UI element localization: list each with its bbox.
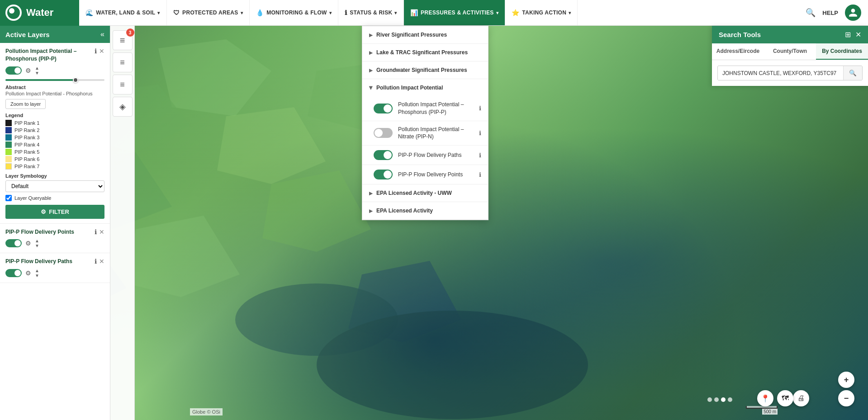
dropdown-section-header-lake[interactable]: ▶ Lake & TRAC Significant Pressures — [362, 44, 488, 61]
layer-remove-paths-icon[interactable]: ✕ — [99, 258, 104, 265]
legend-swatch-7 — [5, 163, 12, 170]
layer-order-buttons[interactable]: ▲ ▼ — [35, 66, 39, 76]
dropdown-section-header-river[interactable]: ▶ River Significant Pressures — [362, 26, 488, 43]
legend-swatch-3 — [5, 134, 12, 141]
legend-text-7: PIP Rank 7 — [14, 164, 39, 169]
layer-remove-icon[interactable]: ✕ — [99, 47, 104, 55]
search-panel-close-icon[interactable]: ✕ — [855, 30, 861, 39]
move-down-paths-icon[interactable]: ▼ — [35, 273, 39, 278]
search-input-wrapper: 🔍 — [717, 66, 863, 80]
layer-item-delivery-points: PIP-P Flow Delivery Points ℹ ✕ ⚙ ▲ ▼ — [0, 224, 110, 254]
basemap-tool-button[interactable]: ◈ — [113, 97, 133, 117]
zoom-out-button[interactable]: − — [838, 390, 854, 406]
layer-item-pip-p: Pollution Impact Potential – Phosphorus … — [0, 43, 110, 224]
layer-toggle-points[interactable] — [5, 239, 22, 247]
sub-toggle-pip-paths[interactable] — [374, 150, 393, 160]
search-input[interactable] — [718, 66, 843, 80]
layer-name-pip-p: Pollution Impact Potential – Phosphorus … — [5, 47, 92, 63]
map-tool-buttons: ≡ 3 ≡ ≡ ◈ — [110, 26, 135, 420]
move-up-paths-icon[interactable]: ▲ — [35, 268, 39, 273]
sub-info-pip-paths-icon[interactable]: ℹ — [479, 152, 481, 159]
move-down-points-icon[interactable]: ▼ — [35, 243, 39, 248]
nav-item-taking-action[interactable]: ⭐ TAKING ACTION ▾ — [505, 0, 578, 25]
nav-item-pressures[interactable]: 📊 PRESSURES & ACTIVITIES ▾ — [404, 0, 505, 25]
chevron-down-icon: ▾ — [241, 10, 243, 15]
sub-info-pip-n-icon[interactable]: ℹ — [479, 130, 481, 137]
move-down-icon[interactable]: ▼ — [35, 71, 39, 76]
dropdown-section-header-epa-uww[interactable]: ▶ EPA Licensed Activity - UWW — [362, 184, 488, 202]
filter-button[interactable]: ⚙ FILTER — [5, 205, 104, 219]
svg-marker-5 — [262, 170, 371, 252]
sub-item-pip-phosphorus: Pollution Impact Potential – Phosphorus … — [362, 96, 488, 121]
layers-tool-button[interactable]: ≡ 3 — [113, 30, 133, 50]
dropdown-section-header-pollution[interactable]: ▶ Pollution Impact Potential — [362, 79, 488, 96]
print-button[interactable]: 🖨 — [793, 390, 809, 406]
nav-item-monitoring[interactable]: 💧 MONITORING & FLOW ▾ — [250, 0, 338, 25]
search-panel-header: Search Tools ⊞ ✕ — [712, 26, 868, 43]
dropdown-section-header-groundwater[interactable]: ▶ Groundwater Significant Pressures — [362, 61, 488, 79]
section-label-epa-uww: EPA Licensed Activity - UWW — [376, 190, 452, 196]
map-pin-icon: 🗺 — [782, 394, 789, 402]
sub-toggle-pip-points[interactable] — [374, 170, 393, 179]
queryable-checkbox[interactable] — [5, 195, 12, 201]
layer-order-points[interactable]: ▲ ▼ — [35, 238, 39, 248]
logo-area[interactable]: Water — [0, 0, 79, 26]
toggle-row: ⚙ ▲ ▼ — [5, 66, 104, 76]
sub-info-pip-p-icon[interactable]: ℹ — [479, 105, 481, 112]
zoom-to-layer-button[interactable]: Zoom to layer — [5, 99, 46, 109]
layer-info-points-icon[interactable]: ℹ — [95, 228, 97, 236]
tab-coordinates[interactable]: By Coordinates — [816, 43, 868, 60]
layer-toggle-paths[interactable] — [5, 269, 22, 277]
layer-toggle-pip-p[interactable] — [5, 66, 22, 75]
toggle-row-points: ⚙ ▲ ▼ — [5, 238, 104, 248]
info-tool-button[interactable]: ≡ — [113, 75, 133, 94]
layer-order-paths[interactable]: ▲ ▼ — [35, 268, 39, 278]
section-label-groundwater: Groundwater Significant Pressures — [376, 67, 467, 73]
legend-item-6: PIP Rank 6 — [5, 156, 104, 162]
sub-toggle-pip-n[interactable] — [374, 128, 393, 138]
info-tool-icon: ≡ — [120, 80, 125, 90]
move-up-points-icon[interactable]: ▲ — [35, 238, 39, 243]
layer-settings-paths-icon[interactable]: ⚙ — [25, 269, 31, 277]
dropdown-section-epa-uww: ▶ EPA Licensed Activity - UWW — [362, 184, 488, 202]
nav-items: 🌊 WATER, LAND & SOIL ▾ 🛡 PROTECTED AREAS… — [79, 0, 799, 25]
nav-item-protected-areas[interactable]: 🛡 PROTECTED AREAS ▾ — [167, 0, 250, 25]
layer-info-paths-icon[interactable]: ℹ — [95, 258, 97, 265]
pressures-dropdown: ▶ River Significant Pressures ▶ Lake & T… — [362, 26, 489, 220]
zoom-controls: + − — [838, 372, 854, 406]
queryable-label: Layer Queryable — [14, 195, 51, 201]
dropdown-section-header-epa[interactable]: ▶ EPA Licensed Activity — [362, 202, 488, 219]
user-avatar[interactable] — [845, 5, 861, 21]
layer-settings-points-icon[interactable]: ⚙ — [25, 240, 31, 247]
opacity-slider[interactable] — [5, 79, 104, 81]
sub-toggle-pip-p[interactable] — [374, 104, 393, 113]
sub-info-pip-points-icon[interactable]: ℹ — [479, 171, 481, 178]
arrow-groundwater-icon: ▶ — [369, 68, 373, 73]
layer-settings-icon[interactable]: ⚙ — [25, 67, 31, 74]
layer-remove-points-icon[interactable]: ✕ — [99, 228, 104, 236]
tab-address[interactable]: Address/Eircode — [712, 43, 764, 60]
nav-item-water-land-soil[interactable]: 🌊 WATER, LAND & SOIL ▾ — [79, 0, 167, 25]
search-submit-button[interactable]: 🔍 — [843, 66, 862, 80]
nav-item-status-risk[interactable]: ℹ STATUS & RISK ▾ — [338, 0, 404, 25]
sub-label-pip-p: Pollution Impact Potential – Phosphorus … — [398, 101, 474, 116]
search-nav-button[interactable]: 🔍 — [806, 8, 816, 18]
layers-badge: 3 — [126, 28, 134, 37]
tab-county[interactable]: County/Town — [764, 43, 816, 60]
location-button[interactable]: 📍 — [757, 390, 773, 406]
collapse-panel-button[interactable]: « — [100, 30, 104, 38]
opacity-handle[interactable] — [73, 77, 78, 83]
search-panel-expand-icon[interactable]: ⊞ — [845, 30, 851, 39]
zoom-in-button[interactable]: + — [838, 372, 854, 388]
help-button[interactable]: HELP — [822, 9, 838, 16]
scale-label: 500 m — [762, 409, 778, 415]
symbology-select[interactable]: Default — [5, 180, 104, 192]
nav-label-action: TAKING ACTION — [522, 9, 566, 16]
chevron-down-icon: ▾ — [157, 10, 160, 15]
sub-label-pip-n: Pollution Impact Potential – Nitrate (PI… — [398, 126, 474, 141]
identify-tool-button[interactable]: ≡ — [113, 52, 133, 72]
layer-info-icon[interactable]: ℹ — [95, 47, 97, 55]
layer-actions: ℹ ✕ — [95, 47, 104, 55]
move-up-icon[interactable]: ▲ — [35, 66, 39, 71]
map-pin-button[interactable]: 🗺 — [777, 390, 793, 406]
